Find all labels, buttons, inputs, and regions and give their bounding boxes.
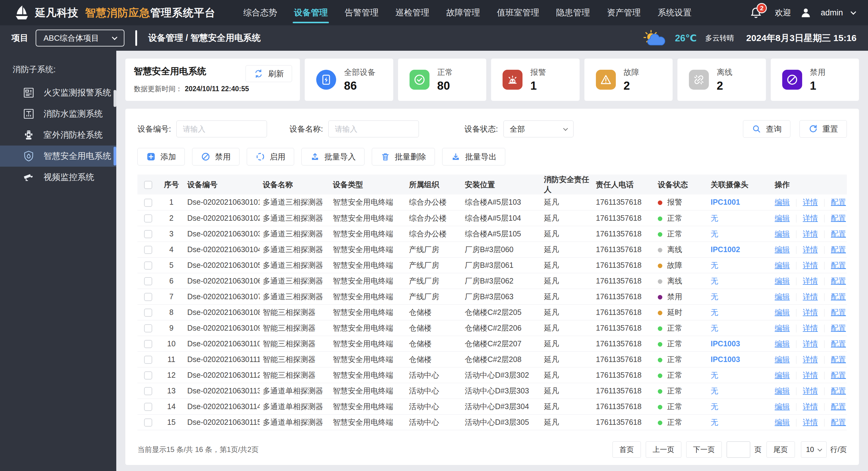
nav-item[interactable]: 设备管理 xyxy=(294,7,328,19)
config-link[interactable]: 配置 xyxy=(831,261,846,269)
edit-link[interactable]: 编辑 xyxy=(775,418,790,426)
edit-link[interactable]: 编辑 xyxy=(775,308,790,316)
page-size-select[interactable]: 10 xyxy=(801,441,827,458)
select-all-checkbox[interactable] xyxy=(144,181,152,189)
nav-item[interactable]: 综合态势 xyxy=(243,7,277,19)
notifications-button[interactable]: 2 xyxy=(749,6,763,19)
row-checkbox[interactable] xyxy=(144,418,152,427)
first-page-button[interactable]: 首页 xyxy=(613,441,641,458)
camera-link[interactable]: 无 xyxy=(711,214,718,222)
batch-delete-button[interactable]: 批量删除 xyxy=(372,148,435,165)
row-checkbox[interactable] xyxy=(144,309,152,317)
edit-link[interactable]: 编辑 xyxy=(775,277,790,285)
row-checkbox[interactable] xyxy=(144,356,152,364)
config-link[interactable]: 配置 xyxy=(831,245,846,254)
config-link[interactable]: 配置 xyxy=(831,355,846,364)
search-button[interactable]: 查询 xyxy=(743,120,790,138)
row-checkbox[interactable] xyxy=(144,403,152,411)
detail-link[interactable]: 详情 xyxy=(803,339,818,348)
edit-link[interactable]: 编辑 xyxy=(775,339,790,348)
sidebar-item[interactable]: 视频监控系统 xyxy=(0,167,116,188)
detail-link[interactable]: 详情 xyxy=(803,324,818,332)
detail-link[interactable]: 详情 xyxy=(803,308,818,316)
enable-button[interactable]: 启用 xyxy=(247,148,294,165)
row-checkbox[interactable] xyxy=(144,214,152,222)
camera-link[interactable]: 无 xyxy=(711,371,718,379)
detail-link[interactable]: 详情 xyxy=(803,371,818,379)
camera-link[interactable]: 无 xyxy=(711,229,718,238)
project-select[interactable]: ABC综合体项目 xyxy=(36,30,124,46)
config-link[interactable]: 配置 xyxy=(831,386,846,395)
detail-link[interactable]: 详情 xyxy=(803,261,818,269)
nav-item[interactable]: 告警管理 xyxy=(345,7,378,19)
row-checkbox[interactable] xyxy=(144,246,152,254)
page-number-input[interactable] xyxy=(727,441,750,458)
row-checkbox[interactable] xyxy=(144,371,152,379)
prev-page-button[interactable]: 上一页 xyxy=(646,441,681,458)
detail-link[interactable]: 详情 xyxy=(803,418,818,426)
edit-link[interactable]: 编辑 xyxy=(775,198,790,206)
nav-item[interactable]: 巡检管理 xyxy=(395,7,429,19)
config-link[interactable]: 配置 xyxy=(831,324,846,332)
camera-link[interactable]: 无 xyxy=(711,261,718,269)
device-no-input[interactable] xyxy=(176,121,267,137)
row-checkbox[interactable] xyxy=(144,340,152,348)
row-checkbox[interactable] xyxy=(144,277,152,285)
edit-link[interactable]: 编辑 xyxy=(775,355,790,364)
config-link[interactable]: 配置 xyxy=(831,198,846,206)
edit-link[interactable]: 编辑 xyxy=(775,371,790,379)
camera-link[interactable]: 无 xyxy=(711,418,718,426)
config-link[interactable]: 配置 xyxy=(831,277,846,285)
camera-link[interactable]: 无 xyxy=(711,402,718,411)
edit-link[interactable]: 编辑 xyxy=(775,229,790,238)
nav-item[interactable]: 系统设置 xyxy=(657,7,691,19)
sidebar-scrollbar[interactable] xyxy=(114,90,116,107)
detail-link[interactable]: 详情 xyxy=(803,198,818,206)
nav-item[interactable]: 故障管理 xyxy=(446,7,480,19)
config-link[interactable]: 配置 xyxy=(831,371,846,379)
nav-item[interactable]: 隐患管理 xyxy=(556,7,590,19)
row-checkbox[interactable] xyxy=(144,261,152,270)
row-checkbox[interactable] xyxy=(144,293,152,301)
edit-link[interactable]: 编辑 xyxy=(775,324,790,332)
row-checkbox[interactable] xyxy=(144,387,152,395)
camera-link[interactable]: IPC1001 xyxy=(711,198,740,206)
detail-link[interactable]: 详情 xyxy=(803,214,818,222)
edit-link[interactable]: 编辑 xyxy=(775,386,790,395)
nav-item[interactable]: 值班室管理 xyxy=(497,7,539,19)
detail-link[interactable]: 详情 xyxy=(803,229,818,238)
detail-link[interactable]: 详情 xyxy=(803,402,818,411)
row-checkbox[interactable] xyxy=(144,199,152,207)
camera-link[interactable]: 无 xyxy=(711,386,718,395)
disable-button[interactable]: 禁用 xyxy=(192,148,240,165)
add-button[interactable]: 添加 xyxy=(137,148,185,165)
sidebar-item[interactable]: 消防水监测系统 xyxy=(0,103,116,124)
config-link[interactable]: 配置 xyxy=(831,292,846,301)
last-page-button[interactable]: 尾页 xyxy=(767,441,795,458)
camera-link[interactable]: 无 xyxy=(711,292,718,301)
user-menu-chevron-icon[interactable] xyxy=(850,9,856,14)
edit-link[interactable]: 编辑 xyxy=(775,245,790,254)
username[interactable]: admin xyxy=(820,8,843,18)
device-name-input[interactable] xyxy=(328,121,419,137)
camera-link[interactable]: 无 xyxy=(711,277,718,285)
device-status-select[interactable]: 全部 xyxy=(503,121,574,137)
config-link[interactable]: 配置 xyxy=(831,339,846,348)
config-link[interactable]: 配置 xyxy=(831,214,846,222)
edit-link[interactable]: 编辑 xyxy=(775,292,790,301)
row-checkbox[interactable] xyxy=(144,230,152,238)
edit-link[interactable]: 编辑 xyxy=(775,214,790,222)
config-link[interactable]: 配置 xyxy=(831,418,846,426)
reset-button[interactable]: 重置 xyxy=(800,120,847,138)
detail-link[interactable]: 详情 xyxy=(803,355,818,364)
config-link[interactable]: 配置 xyxy=(831,229,846,238)
row-checkbox[interactable] xyxy=(144,324,152,333)
camera-link[interactable]: IPC1003 xyxy=(711,339,740,348)
camera-link[interactable]: 无 xyxy=(711,308,718,316)
refresh-button[interactable]: 刷新 xyxy=(246,65,292,82)
detail-link[interactable]: 详情 xyxy=(803,292,818,301)
nav-item[interactable]: 资产管理 xyxy=(607,7,641,19)
detail-link[interactable]: 详情 xyxy=(803,277,818,285)
next-page-button[interactable]: 下一页 xyxy=(686,441,722,458)
camera-link[interactable]: IPC1003 xyxy=(711,355,740,364)
